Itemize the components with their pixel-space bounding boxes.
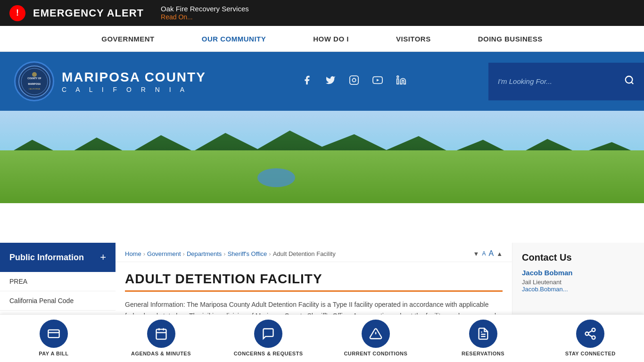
sidebar-item-prea[interactable]: PREA [0, 272, 116, 291]
nav-how-do-i[interactable]: HOW DO I [289, 26, 372, 52]
contact-name[interactable]: Jacob Bobman [522, 269, 635, 277]
breadcrumb-current: Adult Detention Facility [273, 250, 336, 257]
site-title: MARIPOSA COUNTY C A L I F O R N I A [62, 70, 206, 93]
nav-our-community[interactable]: OUR COMMUNITY [178, 26, 290, 52]
reservations-icon [469, 320, 497, 342]
breadcrumb-departments[interactable]: Departments [187, 250, 222, 257]
pay-bill-icon [40, 320, 68, 342]
social-area [220, 75, 488, 88]
search-input[interactable] [498, 77, 624, 85]
sidebar-header[interactable]: Public Information + [0, 243, 116, 272]
svg-rect-13 [48, 330, 59, 337]
twitter-icon[interactable] [325, 75, 336, 88]
emergency-title: EMERGENCY ALERT [33, 7, 144, 19]
logo-area: COUNTY OF MARIPOSA CALIFORNIA MARIPOSA C… [0, 57, 220, 106]
quick-access-bar: PAY A BILL AGENDAS & MINUTES CONCERNS & … [0, 314, 644, 342]
font-increase-button[interactable]: A [488, 249, 494, 258]
svg-point-24 [586, 332, 589, 336]
quick-agendas[interactable]: AGENDAS & MINUTES [107, 320, 215, 342]
font-controls: ▼ A A ▲ [473, 249, 503, 258]
youtube-icon[interactable] [372, 75, 383, 88]
breadcrumb-sheriffs[interactable]: Sheriff's Office [228, 250, 267, 257]
quick-pay-bill[interactable]: PAY A BILL [0, 320, 107, 342]
contact-title: Contact Us [522, 252, 635, 263]
svg-rect-15 [156, 329, 166, 339]
linkedin-icon[interactable] [396, 75, 406, 88]
stay-connected-icon [576, 320, 604, 342]
alert-text: Oak Fire Recovery Services [161, 5, 249, 13]
breadcrumb-government[interactable]: Government [147, 250, 181, 257]
svg-text:CALIFORNIA: CALIFORNIA [28, 88, 40, 90]
county-sub: C A L I F O R N I A [62, 86, 206, 93]
svg-marker-8 [377, 79, 379, 82]
site-header: COUNTY OF MARIPOSA CALIFORNIA MARIPOSA C… [0, 52, 644, 111]
breadcrumb: Home › Government › Departments › Sherif… [116, 243, 512, 262]
svg-rect-9 [397, 79, 399, 84]
county-name: MARIPOSA COUNTY [62, 70, 206, 85]
svg-point-10 [397, 76, 399, 78]
contact-role: Jail Lieutenant [522, 279, 635, 286]
svg-point-23 [592, 328, 595, 331]
quick-concerns[interactable]: CONCERNS & REQUESTS [215, 320, 322, 342]
nav-doing-business[interactable]: DOING BUSINESS [454, 26, 566, 52]
breadcrumb-home[interactable]: Home [125, 250, 141, 257]
instagram-icon[interactable] [349, 75, 359, 88]
emergency-icon: ! [9, 5, 25, 21]
svg-line-12 [631, 82, 633, 84]
page-title: ADULT DETENTION FACILITY [125, 272, 503, 292]
svg-point-11 [626, 76, 633, 83]
svg-line-26 [588, 335, 592, 337]
read-on-link[interactable]: Read On... [161, 13, 193, 21]
county-seal: COUNTY OF MARIPOSA CALIFORNIA [14, 61, 54, 101]
svg-text:COUNTY OF: COUNTY OF [27, 77, 41, 80]
search-area [488, 63, 644, 100]
svg-point-0 [19, 66, 50, 97]
nav-bar: GOVERNMENT OUR COMMUNITY HOW DO I VISITO… [0, 26, 644, 52]
conditions-icon [362, 320, 390, 342]
emergency-bar: ! EMERGENCY ALERT Oak Fire Recovery Serv… [0, 0, 644, 26]
sidebar-item-penal-code[interactable]: California Penal Code [0, 291, 116, 311]
concerns-icon [254, 320, 282, 342]
svg-line-27 [588, 331, 592, 333]
svg-point-25 [592, 336, 595, 339]
quick-reservations[interactable]: RESERVATIONS [429, 320, 537, 342]
facebook-icon[interactable] [302, 75, 312, 88]
sidebar-header-text: Public Information [9, 253, 84, 263]
nav-visitors[interactable]: VISITORS [372, 26, 454, 52]
svg-point-5 [32, 72, 37, 77]
hero-image [0, 111, 644, 243]
search-button[interactable] [624, 75, 635, 88]
font-decrease-button[interactable]: A [482, 250, 486, 257]
emergency-content: Oak Fire Recovery Services Read On... [161, 5, 249, 21]
agendas-icon [147, 320, 175, 342]
breadcrumb-links: Home › Government › Departments › Sherif… [125, 250, 336, 257]
svg-text:MARIPOSA: MARIPOSA [28, 82, 41, 85]
quick-stay-connected[interactable]: STAY CONNECTED [537, 320, 644, 342]
svg-rect-6 [350, 76, 358, 84]
contact-email[interactable]: Jacob.Bobman... [522, 286, 635, 293]
quick-conditions[interactable]: CURRENT CONDITIONS [322, 320, 429, 342]
sidebar-expand-icon: + [100, 251, 106, 263]
nav-government[interactable]: GOVERNMENT [78, 26, 178, 52]
